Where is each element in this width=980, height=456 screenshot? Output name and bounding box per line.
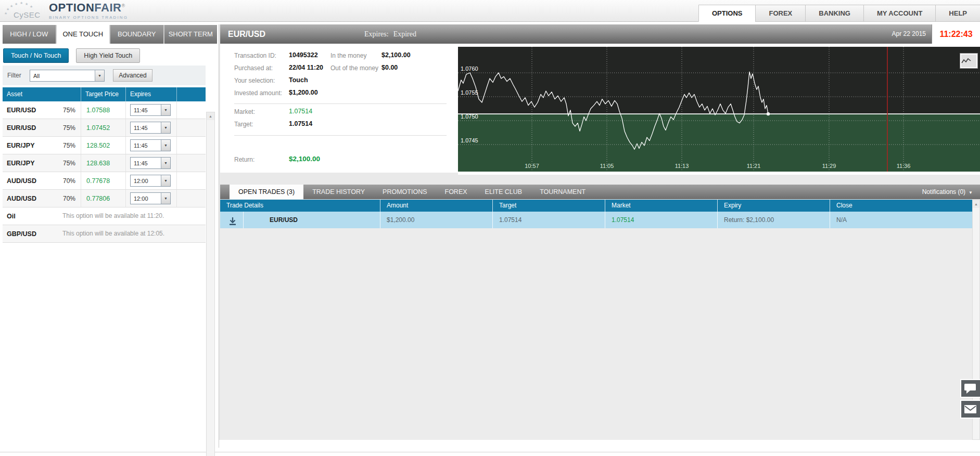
advanced-filter-button[interactable]: Advanced [113, 69, 152, 82]
trade-asset: EUR/USD [270, 212, 298, 228]
target-price: 128.502 [81, 137, 125, 154]
svg-text:11:36: 11:36 [897, 163, 911, 169]
pair-title: EUR/USD [228, 24, 265, 44]
target-price: 0.77678 [81, 172, 125, 189]
trades-tab-promotions[interactable]: PROMOTIONS [374, 185, 436, 199]
expiry-select[interactable]: 12:00▼ [130, 192, 171, 204]
trades-tabs: OPEN TRADES (3)TRADE HISTORYPROMOTIONSFO… [230, 185, 594, 199]
detail-value-your-selection: Touch [289, 76, 308, 84]
trades-col-close: Close [830, 200, 972, 212]
nav-tab-help[interactable]: HELP [935, 5, 980, 22]
side-tab-one-touch[interactable]: ONE TOUCH [56, 25, 110, 44]
trade-target: 1.07514 [492, 212, 605, 228]
chat-icon [964, 383, 976, 394]
expiry-select[interactable]: 11:45▼ [130, 104, 171, 116]
sidebar-scrollbar[interactable]: ▲ ▼ [206, 112, 215, 456]
detail-label-market: Market: [234, 108, 255, 115]
svg-text:11:13: 11:13 [675, 163, 689, 169]
dropdown-arrow-icon[interactable]: ▼ [161, 105, 170, 115]
touch-mode-buttons: Touch / No TouchHigh Yield Touch [3, 48, 140, 63]
side-tab-short-term[interactable]: SHORT TERM [163, 25, 218, 44]
trades-tab-bar: OPEN TRADES (3)TRADE HISTORYPROMOTIONSFO… [220, 185, 980, 199]
trades-panel-body [220, 228, 972, 440]
filter-select[interactable]: All ▼ [30, 70, 105, 82]
detail-label-in-the-money: In the money [330, 52, 366, 59]
dropdown-arrow-icon[interactable]: ▼ [161, 140, 170, 151]
detail-value-transaction-id: 10495322 [289, 51, 318, 59]
asset-table-header: AssetTarget PriceExpires [3, 87, 206, 101]
asset-name: GBP/USD [3, 230, 36, 238]
asset-row-gbp-usd-7[interactable]: GBP/USDThis option will be available at … [3, 225, 206, 243]
asset-row-oil-6[interactable]: OilThis option will be available at 11:2… [3, 207, 206, 225]
side-tab-high-low[interactable]: HIGH / LOW [3, 25, 56, 44]
nav-tab-options[interactable]: OPTIONS [698, 5, 756, 22]
trades-col-target: Target [492, 200, 605, 212]
server-clock: 11:22:43 [932, 24, 980, 44]
notifications-dropdown[interactable]: Notifications (0)▼ [922, 185, 973, 200]
expires-status: Expires:Expired [364, 24, 416, 44]
asset-name: Oil [3, 213, 16, 220]
payout-percent: 70% [63, 177, 81, 185]
trade-expiry: Return: $2,100.00 [717, 212, 830, 228]
nav-tab-my-account[interactable]: MY ACCOUNT [863, 5, 935, 22]
open-trade-row[interactable]: EUR/USD$1,200.001.075141.07514Return: $2… [220, 212, 972, 228]
trade-amount: $1,200.00 [380, 212, 492, 228]
dropdown-arrow-icon[interactable]: ▼ [161, 122, 170, 133]
asset-row-aud-usd-4[interactable]: AUD/USD70%0.7767812:00▼ [3, 172, 206, 190]
expiry-select[interactable]: 11:45▼ [130, 157, 171, 169]
divider [234, 135, 447, 136]
asset-row-eur-usd-1[interactable]: EUR/USD75%1.0745211:45▼ [3, 119, 206, 137]
return-label: Return: [234, 156, 254, 163]
detail-value-invested-amount: $1,200.00 [289, 89, 318, 96]
svg-text:1.0755: 1.0755 [461, 89, 478, 96]
target-price: 1.07588 [81, 101, 125, 119]
price-chart: 10:5711:0511:1311:2111:2911:361.07601.07… [458, 44, 980, 175]
detail-label-invested-amount: Invested amount: [234, 89, 282, 97]
dropdown-arrow-icon[interactable]: ▼ [95, 70, 104, 81]
nav-tab-forex[interactable]: FOREX [755, 5, 805, 22]
filter-label: Filter [7, 72, 21, 79]
price-chart-svg: 10:5711:0511:1311:2111:2911:361.07601.07… [458, 47, 980, 172]
detail-label-purchased-at: Purchased at: [234, 64, 273, 72]
nav-tab-banking[interactable]: BANKING [805, 5, 863, 22]
svg-text:1.0745: 1.0745 [461, 137, 478, 144]
mail-button[interactable] [960, 400, 980, 419]
target-price: 1.07452 [81, 119, 125, 136]
scroll-up-icon[interactable]: ▲ [207, 112, 214, 120]
dropdown-arrow-icon[interactable]: ▼ [161, 175, 170, 186]
trades-tab-elite-club[interactable]: ELITE CLUB [476, 185, 531, 199]
dropdown-arrow-icon[interactable]: ▼ [161, 193, 170, 204]
chat-button[interactable] [960, 379, 980, 398]
expiry-select[interactable]: 11:45▼ [130, 139, 171, 151]
trades-tab-tournament[interactable]: TOURNAMENT [531, 185, 594, 199]
option-type-tabs: HIGH / LOWONE TOUCHBOUNDARYSHORT TERM [3, 25, 217, 44]
expiry-select[interactable]: 12:00▼ [130, 175, 171, 187]
mode-button-high-yield-touch[interactable]: High Yield Touch [76, 48, 140, 63]
chart-type-icon[interactable] [960, 54, 977, 68]
asset-row-aud-usd-5[interactable]: AUD/USD70%0.7780612:00▼ [3, 190, 206, 207]
availability-message: This option will be available at 11:20. [62, 207, 164, 225]
scroll-up-icon[interactable]: ▲ [973, 200, 979, 208]
asset-col-expires: Expires [125, 87, 176, 101]
page-divider [0, 452, 980, 452]
trades-col-trade-details: Trade Details [220, 200, 380, 212]
trade-market: 1.07514 [605, 212, 717, 228]
svg-text:11:29: 11:29 [822, 163, 836, 169]
asset-table-rows: EUR/USD75%1.0758811:45▼EUR/USD75%1.07452… [3, 101, 206, 243]
cysec-label: CySEC [14, 10, 41, 19]
dropdown-arrow-icon[interactable]: ▼ [161, 158, 170, 168]
chevron-down-icon: ▼ [969, 190, 973, 195]
svg-text:10:57: 10:57 [525, 163, 539, 169]
top-header: ★ ★ ★ ★ ★ ★ ★ CySEC OPTIONFAIR® BINARY O… [0, 0, 980, 22]
trades-tab-forex[interactable]: FOREX [436, 185, 476, 199]
asset-row-eur-jpy-3[interactable]: EUR/JPY75%128.63811:45▼ [3, 154, 206, 172]
expiry-select[interactable]: 11:45▼ [130, 122, 171, 134]
asset-row-eur-usd-0[interactable]: EUR/USD75%1.0758811:45▼ [3, 101, 206, 119]
payout-percent: 75% [63, 142, 81, 149]
trades-tab-open-trades-3[interactable]: OPEN TRADES (3) [230, 185, 303, 199]
trades-tab-trade-history[interactable]: TRADE HISTORY [303, 185, 374, 199]
side-tab-boundary[interactable]: BOUNDARY [109, 25, 163, 44]
payout-percent: 70% [63, 195, 81, 202]
asset-row-eur-jpy-2[interactable]: EUR/JPY75%128.50211:45▼ [3, 137, 206, 154]
mode-button-touch-no-touch[interactable]: Touch / No Touch [3, 48, 69, 63]
